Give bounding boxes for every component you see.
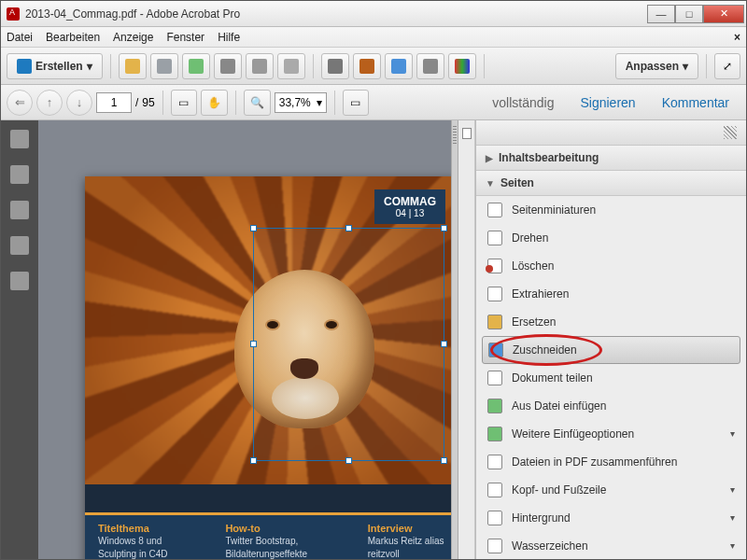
mini-page-icon[interactable] — [462, 128, 472, 139]
chevron-down-icon: ▾ — [730, 512, 735, 523]
menu-bearbeiten[interactable]: Bearbeiten — [46, 31, 100, 44]
tool-ersetzen[interactable]: Ersetzen — [476, 308, 746, 336]
magnifier-icon: 🔍 — [250, 96, 264, 109]
page-sep: / — [135, 96, 138, 109]
tool-wasserzeichen[interactable]: Wasserzeichen▾ — [476, 532, 746, 559]
signieren-link[interactable]: Signieren — [569, 95, 646, 110]
replace-icon — [487, 315, 502, 329]
footer-col1-sub: Windows 8 und Sculpting in C4D — [98, 536, 167, 559]
select-tool[interactable]: ▭ — [171, 90, 197, 116]
header-footer-icon — [487, 483, 502, 497]
document-close-button[interactable]: × — [734, 31, 740, 44]
signatures-panel-icon[interactable] — [10, 272, 29, 290]
section-seiten[interactable]: ▼ Seiten — [476, 171, 746, 196]
doc-button[interactable] — [385, 53, 413, 79]
app-icon — [7, 7, 20, 21]
vollstaendig-link[interactable]: vollständig — [481, 95, 565, 110]
menu-anzeige[interactable]: Anzeige — [113, 31, 153, 44]
page-input[interactable] — [96, 92, 132, 113]
crop-handle-tl[interactable] — [250, 225, 257, 231]
kommentar-link[interactable]: Kommentar — [651, 95, 740, 110]
titlebar: 2013-04_Commag.pdf - Adobe Acrobat Pro ―… — [1, 1, 746, 27]
prev-page-button[interactable]: ↑ — [36, 90, 63, 116]
footer-col3-title: Interview — [368, 523, 445, 534]
tool-extrahieren[interactable]: Extrahieren — [476, 280, 746, 308]
chevron-down-icon: ▾ — [87, 60, 92, 73]
mail-button[interactable] — [277, 53, 305, 79]
tools-pane: ▶ Inhaltsbearbeitung ▼ Seiten Seitenmini… — [475, 120, 746, 559]
crop-icon — [488, 343, 503, 357]
attachments-panel-icon[interactable] — [10, 201, 29, 219]
close-button[interactable]: ✕ — [703, 5, 744, 23]
chevron-down-icon: ▾ — [730, 540, 735, 551]
background-icon — [487, 511, 502, 525]
hand-icon: ✋ — [207, 96, 221, 109]
clipboard-button[interactable] — [246, 53, 274, 79]
erstellen-button[interactable]: Erstellen ▾ — [7, 53, 103, 79]
cloud-button[interactable] — [182, 53, 210, 79]
mini-page-column — [458, 120, 475, 559]
delete-icon — [487, 259, 502, 273]
left-sidebar — [1, 120, 38, 559]
crop-handle-mr[interactable] — [441, 341, 447, 347]
extract-icon — [487, 287, 502, 301]
tool-dokument-teilen[interactable]: Dokument teilen — [476, 364, 746, 392]
crop-handle-br[interactable] — [441, 457, 447, 464]
tool-aus-datei-einfuegen[interactable]: Aus Datei einfügen — [476, 392, 746, 420]
arrow-button[interactable] — [416, 53, 444, 79]
zoom-tool[interactable]: 🔍 — [244, 90, 271, 116]
doc-icon — [391, 59, 406, 74]
crop-handle-ml[interactable] — [250, 341, 257, 347]
first-page-button[interactable]: ⇐ — [7, 90, 33, 116]
fx-button[interactable] — [353, 53, 381, 79]
gear-button[interactable] — [321, 53, 349, 79]
minimize-button[interactable]: ― — [647, 5, 675, 23]
tool-drehen[interactable]: Drehen — [476, 224, 746, 252]
tool-seitenminiaturen[interactable]: Seitenminiaturen — [476, 196, 746, 224]
tool-loeschen[interactable]: Löschen — [476, 252, 746, 280]
view-mode-button[interactable]: ▭ — [343, 90, 369, 116]
menu-datei[interactable]: Datei — [7, 31, 33, 44]
bookmarks-panel-icon[interactable] — [10, 165, 29, 184]
print-button[interactable] — [214, 53, 242, 79]
tool-dateien-zusammenfuehren[interactable]: Dateien in PDF zusammenführen — [476, 448, 746, 476]
next-page-button[interactable]: ↓ — [66, 90, 92, 116]
tool-hintergrund[interactable]: Hintergrund▾ — [476, 504, 746, 532]
save-button[interactable] — [150, 53, 178, 79]
anpassen-button[interactable]: Anpassen ▾ — [615, 53, 698, 79]
section-inhaltsbearbeitung[interactable]: ▶ Inhaltsbearbeitung — [476, 146, 746, 171]
pane-options-icon[interactable] — [724, 126, 737, 139]
pages-panel-icon[interactable] — [10, 130, 29, 148]
pane-splitter[interactable] — [451, 120, 458, 559]
menu-fenster[interactable]: Fenster — [166, 31, 204, 44]
hand-tool[interactable]: ✋ — [201, 90, 228, 116]
crop-handle-tc[interactable] — [345, 225, 352, 231]
layers-panel-icon[interactable] — [10, 236, 29, 255]
clipboard-icon — [252, 59, 267, 74]
zoom-select[interactable]: 33,7% ▾ — [275, 92, 327, 113]
cursor-icon: ▭ — [178, 96, 189, 109]
crop-selection[interactable] — [253, 228, 444, 461]
split-icon — [487, 371, 502, 385]
crop-handle-bc[interactable] — [345, 457, 352, 464]
pane-header — [476, 120, 746, 146]
fullscreen-button[interactable]: ⤢ — [714, 53, 740, 79]
maximize-button[interactable]: □ — [675, 5, 703, 23]
disclosure-icon: ▼ — [486, 178, 495, 189]
fx-icon — [359, 59, 374, 74]
print-icon — [220, 59, 235, 74]
color-button[interactable] — [448, 53, 476, 79]
open-button[interactable] — [119, 53, 147, 79]
nav-toolbar: ⇐ ↑ ↓ / 95 ▭ ✋ 🔍 33,7% ▾ ▭ vollständig S… — [1, 85, 746, 120]
cover-footer: TitelthemaWindows 8 und Sculpting in C4D… — [85, 512, 451, 559]
pdf-page: COMMAG 04 | 13 TitelthemaWindows 8 und S… — [85, 176, 451, 559]
crop-handle-bl[interactable] — [250, 457, 257, 464]
tool-kopf-fusszeile[interactable]: Kopf- und Fußzeile▾ — [476, 476, 746, 504]
menu-hilfe[interactable]: Hilfe — [218, 31, 240, 44]
tool-weitere-einfuegeoptionen[interactable]: Weitere Einfügeoptionen▾ — [476, 420, 746, 448]
crop-handle-tr[interactable] — [441, 225, 447, 231]
tool-zuschneiden[interactable]: Zuschneiden — [482, 336, 740, 364]
page-total: 95 — [142, 96, 154, 109]
erstellen-label: Erstellen — [35, 60, 83, 73]
document-viewer[interactable]: COMMAG 04 | 13 TitelthemaWindows 8 und S… — [38, 120, 451, 559]
